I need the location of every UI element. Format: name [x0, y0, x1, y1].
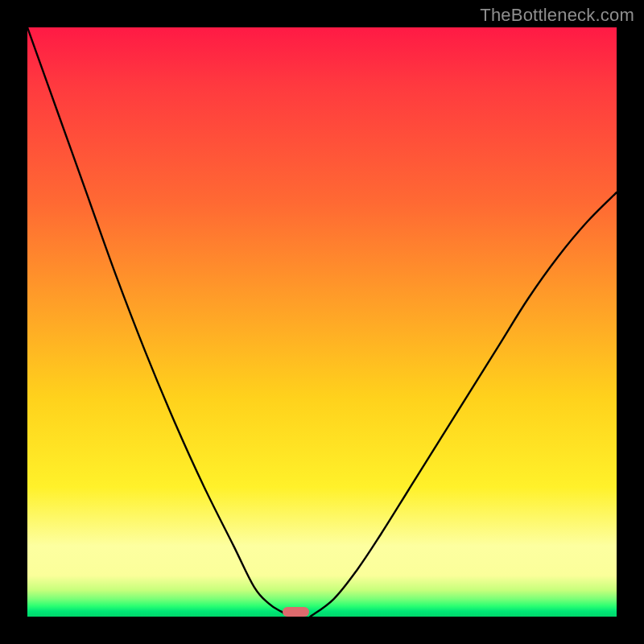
curve-right-branch	[310, 192, 617, 617]
watermark-text: TheBottleneck.com	[480, 5, 634, 26]
chart-stage: TheBottleneck.com	[0, 0, 644, 644]
bottleneck-marker	[283, 607, 309, 617]
bottleneck-curve	[27, 27, 617, 617]
plot-area	[27, 27, 617, 617]
curve-left-branch	[27, 27, 292, 617]
